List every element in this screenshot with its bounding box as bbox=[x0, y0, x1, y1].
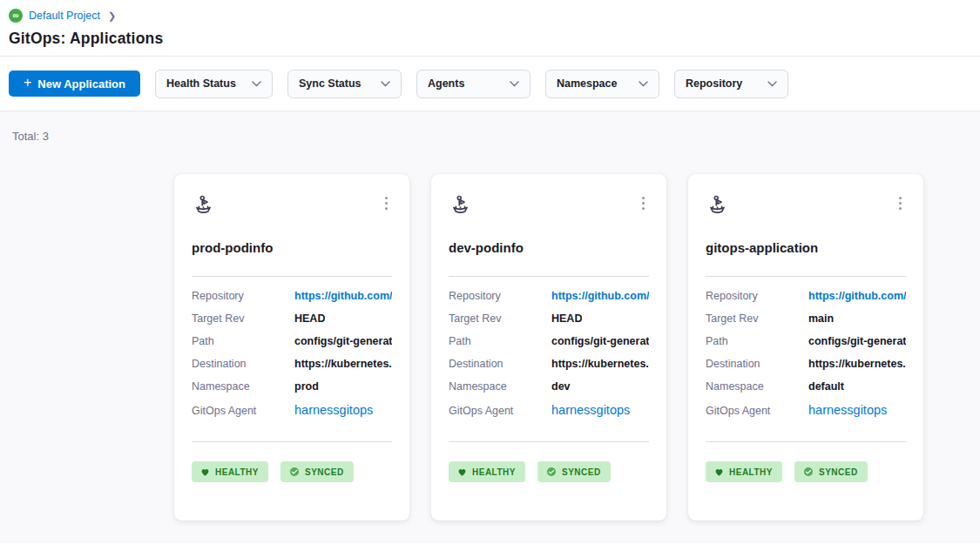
field-value: https://kubernetes.d... bbox=[808, 358, 906, 370]
filter-repository[interactable]: Repository bbox=[674, 70, 788, 98]
field-value: configs/git-generato... bbox=[551, 335, 649, 347]
field-label: Path bbox=[706, 335, 808, 347]
filter-label: Health Status bbox=[166, 77, 236, 90]
card-fields: Repository https://github.com/d... Targe… bbox=[192, 290, 392, 431]
card-fields: Repository https://github.com/d... Targe… bbox=[449, 290, 649, 431]
divider bbox=[192, 276, 392, 277]
heart-icon bbox=[200, 467, 210, 477]
field-path: Path configs/git-generato... bbox=[706, 335, 906, 358]
status-badges: HEALTHY SYNCED bbox=[706, 461, 906, 482]
field-value: dev bbox=[551, 380, 571, 393]
gitops-application-icon bbox=[449, 193, 472, 217]
divider bbox=[449, 276, 649, 277]
card-header bbox=[449, 193, 649, 217]
chevron-down-icon bbox=[252, 81, 261, 87]
card-menu-button[interactable] bbox=[638, 193, 649, 213]
application-cards: prod-podinfo Repository https://github.c… bbox=[174, 174, 980, 520]
field-label: Target Rev bbox=[706, 312, 808, 325]
card-menu-button[interactable] bbox=[381, 193, 392, 213]
plus-icon: + bbox=[24, 76, 31, 90]
page-title: GitOps: Applications bbox=[9, 30, 980, 48]
filter-health-status[interactable]: Health Status bbox=[155, 70, 273, 98]
field-gitops-agent: GitOps Agent harnessgitops bbox=[706, 403, 906, 431]
filter-namespace[interactable]: Namespace bbox=[545, 70, 659, 98]
field-destination: Destination https://kubernetes.d... bbox=[706, 358, 906, 380]
field-path: Path configs/git-generato... bbox=[192, 335, 392, 358]
field-value: https://kubernetes.d... bbox=[551, 358, 649, 370]
field-value: default bbox=[808, 380, 844, 393]
field-namespace: Namespace dev bbox=[449, 380, 649, 403]
field-gitops-agent: GitOps Agent harnessgitops bbox=[192, 403, 392, 431]
field-namespace: Namespace default bbox=[706, 380, 906, 403]
page-header: ∞ Default Project ❯ GitOps: Applications bbox=[0, 0, 980, 57]
check-circle-icon bbox=[289, 467, 300, 477]
application-card-prod-podinfo[interactable]: prod-podinfo Repository https://github.c… bbox=[174, 174, 409, 520]
breadcrumb: ∞ Default Project ❯ bbox=[9, 8, 980, 24]
field-label: Destination bbox=[192, 358, 294, 370]
repository-link[interactable]: https://github.com/d... bbox=[551, 290, 649, 302]
application-name: dev-podinfo bbox=[449, 240, 649, 255]
divider bbox=[449, 441, 649, 442]
chevron-down-icon bbox=[639, 81, 648, 87]
gitops-application-icon bbox=[192, 193, 215, 217]
sync-status-badge: SYNCED bbox=[794, 461, 868, 482]
repository-link[interactable]: https://github.com/d... bbox=[294, 290, 392, 302]
chevron-right-icon: ❯ bbox=[108, 10, 116, 22]
field-repository: Repository https://github.com/d... bbox=[706, 290, 906, 312]
health-status-label: HEALTHY bbox=[729, 467, 773, 477]
total-count: Total: 3 bbox=[12, 130, 980, 143]
sync-status-badge: SYNCED bbox=[537, 461, 611, 482]
application-card-dev-podinfo[interactable]: dev-podinfo Repository https://github.co… bbox=[431, 174, 666, 520]
field-value: https://kubernetes.d... bbox=[294, 358, 392, 370]
field-label: Namespace bbox=[449, 380, 551, 393]
health-status-badge: HEALTHY bbox=[192, 461, 268, 482]
application-card-gitops-application[interactable]: gitops-application Repository https://gi… bbox=[688, 174, 923, 520]
card-fields: Repository https://github.com/d... Targe… bbox=[706, 290, 906, 431]
repository-link[interactable]: https://github.com/d... bbox=[808, 290, 906, 302]
filter-label: Repository bbox=[686, 77, 742, 90]
field-gitops-agent: GitOps Agent harnessgitops bbox=[449, 403, 649, 431]
new-application-label: New Application bbox=[37, 77, 125, 91]
sync-status-label: SYNCED bbox=[305, 467, 344, 477]
field-label: Namespace bbox=[192, 380, 294, 393]
chevron-down-icon bbox=[381, 81, 390, 87]
status-badges: HEALTHY SYNCED bbox=[449, 461, 649, 482]
filter-label: Sync Status bbox=[299, 77, 362, 90]
gitops-agent-link[interactable]: harnessgitops bbox=[551, 403, 630, 417]
card-menu-button[interactable] bbox=[895, 193, 906, 213]
field-value: configs/git-generato... bbox=[294, 335, 392, 347]
field-label: GitOps Agent bbox=[192, 405, 294, 417]
health-status-badge: HEALTHY bbox=[449, 461, 525, 482]
divider bbox=[192, 441, 392, 442]
application-name: gitops-application bbox=[706, 240, 906, 255]
card-header bbox=[706, 193, 906, 217]
field-label: Repository bbox=[706, 290, 808, 302]
new-application-button[interactable]: + New Application bbox=[9, 71, 140, 97]
field-label: Target Rev bbox=[192, 312, 294, 325]
breadcrumb-project-link[interactable]: Default Project bbox=[29, 10, 100, 22]
health-status-badge: HEALTHY bbox=[706, 461, 782, 482]
field-label: GitOps Agent bbox=[449, 405, 551, 417]
filter-label: Agents bbox=[428, 77, 464, 90]
field-repository: Repository https://github.com/d... bbox=[449, 290, 649, 312]
gitops-agent-link[interactable]: harnessgitops bbox=[808, 403, 887, 417]
filter-agents[interactable]: Agents bbox=[416, 70, 531, 98]
toolbar: + New Application Health Status Sync Sta… bbox=[0, 57, 980, 111]
health-status-label: HEALTHY bbox=[472, 467, 516, 477]
card-header bbox=[192, 193, 392, 217]
field-repository: Repository https://github.com/d... bbox=[192, 290, 392, 312]
field-label: Path bbox=[449, 335, 551, 347]
project-icon: ∞ bbox=[9, 9, 23, 23]
status-badges: HEALTHY SYNCED bbox=[192, 461, 392, 482]
field-label: Repository bbox=[449, 290, 551, 302]
field-value: prod bbox=[294, 380, 319, 393]
sync-status-label: SYNCED bbox=[819, 467, 858, 477]
filter-sync-status[interactable]: Sync Status bbox=[287, 70, 402, 98]
heart-icon bbox=[714, 467, 724, 477]
gitops-agent-link[interactable]: harnessgitops bbox=[294, 403, 373, 417]
field-target-rev: Target Rev main bbox=[706, 312, 906, 335]
chevron-down-icon bbox=[767, 81, 777, 87]
sync-status-badge: SYNCED bbox=[280, 461, 354, 482]
field-target-rev: Target Rev HEAD bbox=[449, 312, 649, 335]
application-name: prod-podinfo bbox=[192, 240, 392, 255]
